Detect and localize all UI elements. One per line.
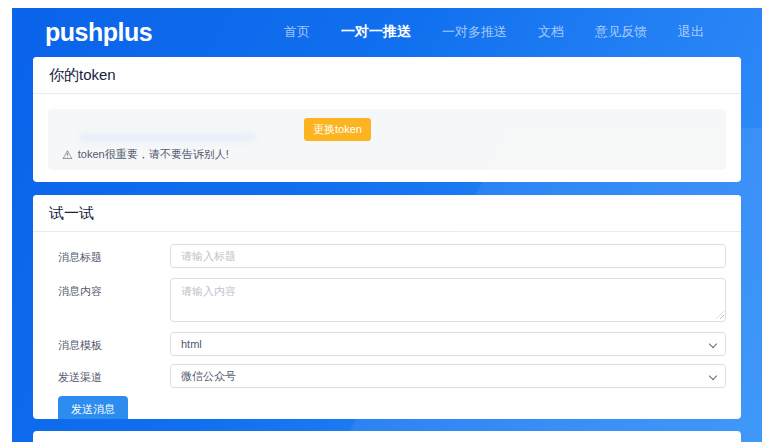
- nav-item-feedback[interactable]: 意见反馈: [595, 23, 647, 41]
- nav-item-home[interactable]: 首页: [284, 23, 310, 41]
- navbar: pushplus 首页 一对一推送 一对多推送 文档 意见反馈 退出: [12, 8, 762, 56]
- message-content-label: 消息内容: [58, 278, 170, 322]
- pushplus-logo[interactable]: pushplus: [45, 18, 152, 47]
- token-row: 更换token: [62, 118, 712, 140]
- page-background: pushplus 首页 一对一推送 一对多推送 文档 意见反馈 退出 你的tok…: [12, 8, 762, 442]
- try-card-title: 试一试: [33, 195, 741, 232]
- token-card-title: 你的token: [33, 57, 741, 94]
- nav-item-docs[interactable]: 文档: [538, 23, 564, 41]
- nav-item-one-to-one[interactable]: 一对一推送: [341, 23, 411, 41]
- form-row-template: 消息模板 html: [58, 332, 726, 356]
- card-gap: [33, 182, 741, 195]
- warning-triangle-icon: ⚠: [62, 149, 73, 161]
- token-box: 更换token ⚠ token很重要，请不要告诉别人!: [48, 109, 726, 170]
- message-template-select[interactable]: html: [170, 332, 726, 356]
- send-message-form: 消息标题 消息内容 消息模板 html: [33, 232, 741, 419]
- message-title-label: 消息标题: [58, 244, 170, 268]
- token-card-body: 更换token ⚠ token很重要，请不要告诉别人!: [33, 94, 741, 182]
- change-token-button[interactable]: 更换token: [304, 118, 371, 141]
- nav-links: 首页 一对一推送 一对多推送 文档 意见反馈 退出: [284, 23, 704, 41]
- form-row-channel: 发送渠道 微信公众号: [58, 364, 726, 388]
- nav-item-one-to-many[interactable]: 一对多推送: [442, 23, 507, 41]
- send-channel-label: 发送渠道: [58, 364, 170, 388]
- main-content: 你的token 更换token ⚠ token很重要，请不要告诉别人!: [12, 57, 762, 442]
- send-message-button[interactable]: 发送消息: [58, 396, 128, 419]
- next-card-partial: [33, 431, 741, 442]
- form-row-title: 消息标题: [58, 244, 726, 268]
- form-row-content: 消息内容: [58, 278, 726, 322]
- token-warning-text: token很重要，请不要告诉别人!: [78, 147, 229, 162]
- message-title-input[interactable]: [170, 244, 726, 268]
- message-template-label: 消息模板: [58, 332, 170, 356]
- try-card: 试一试 消息标题 消息内容 消息模板: [33, 195, 741, 419]
- send-channel-select[interactable]: 微信公众号: [170, 364, 726, 388]
- token-card: 你的token 更换token ⚠ token很重要，请不要告诉别人!: [33, 57, 741, 182]
- message-content-textarea[interactable]: [170, 278, 726, 322]
- masked-token-echo: [80, 134, 255, 141]
- nav-item-logout[interactable]: 退出: [678, 23, 704, 41]
- token-warning: ⚠ token很重要，请不要告诉别人!: [62, 147, 712, 162]
